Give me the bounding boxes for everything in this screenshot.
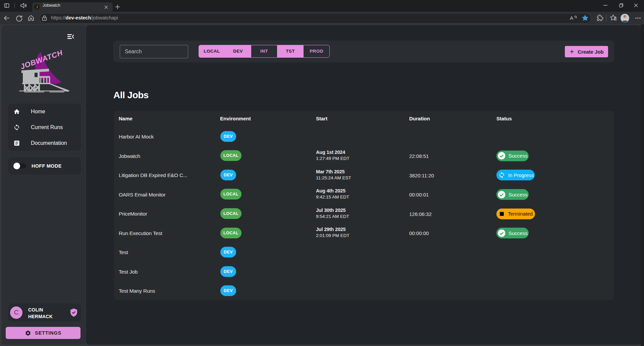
svg-text:A: A bbox=[570, 15, 573, 21]
